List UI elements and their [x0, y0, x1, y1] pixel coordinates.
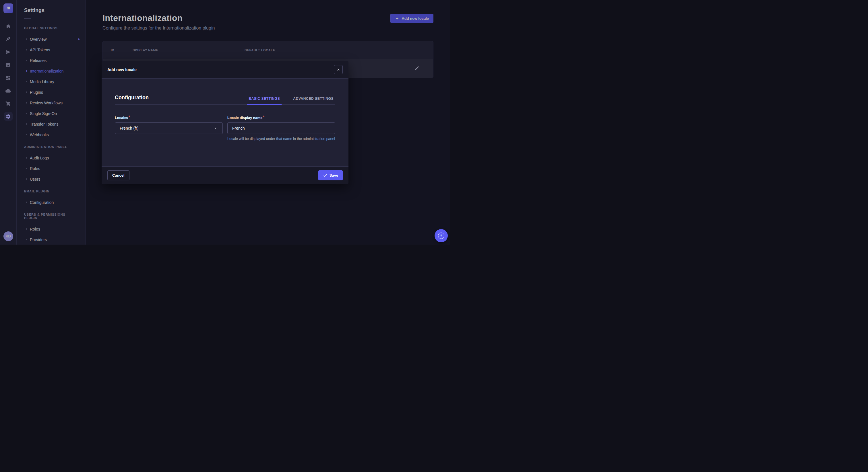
close-icon	[337, 68, 340, 71]
add-locale-modal: Add new locale Configuration BASIC SETTI…	[102, 61, 348, 184]
close-button[interactable]	[334, 65, 343, 74]
display-name-field: Locale display name* Locale will be disp…	[227, 115, 335, 141]
required-asterisk: *	[129, 115, 130, 120]
check-icon	[323, 173, 327, 177]
tab-basic-settings[interactable]: BASIC SETTINGS	[247, 97, 282, 104]
locales-select[interactable]: French (fr)	[115, 123, 223, 134]
question-mark-icon: ?	[438, 233, 444, 239]
modal-tabs: BASIC SETTINGS ADVANCED SETTINGS	[247, 97, 335, 104]
modal-footer: Cancel Save	[102, 166, 348, 184]
modal-title: Add new locale	[107, 67, 136, 72]
save-button-label: Save	[330, 173, 338, 177]
tab-advanced-settings[interactable]: ADVANCED SETTINGS	[291, 97, 335, 104]
display-name-hint: Locale will be displayed under that name…	[227, 136, 335, 141]
display-name-label: Locale display name	[227, 116, 262, 120]
locales-field: Locales* French (fr)	[115, 115, 223, 141]
help-button[interactable]: ?	[435, 229, 448, 242]
locales-select-value: French (fr)	[120, 126, 138, 131]
configuration-header-row: Configuration BASIC SETTINGS ADVANCED SE…	[115, 95, 335, 105]
save-button[interactable]: Save	[318, 170, 343, 180]
modal-body: Configuration BASIC SETTINGS ADVANCED SE…	[102, 78, 348, 166]
locales-label: Locales	[115, 116, 128, 120]
configuration-title: Configuration	[115, 95, 149, 104]
chevron-down-icon	[213, 126, 218, 131]
locale-display-name-input[interactable]	[227, 123, 335, 134]
modal-header: Add new locale	[102, 61, 348, 78]
locale-form: Locales* French (fr) Locale display name…	[115, 115, 335, 141]
required-asterisk: *	[262, 115, 265, 120]
cancel-button[interactable]: Cancel	[107, 170, 129, 180]
